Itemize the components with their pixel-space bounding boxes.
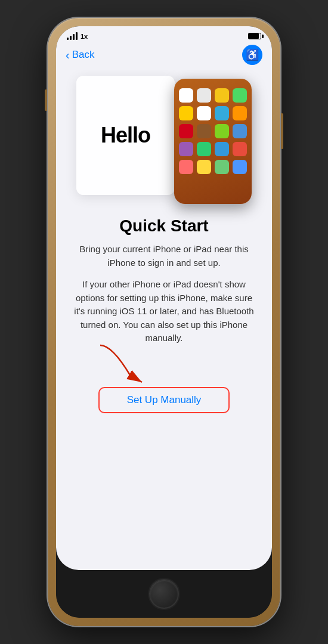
app-icon	[197, 160, 211, 174]
app-icon	[233, 160, 247, 174]
network-type: 1x	[81, 33, 88, 40]
back-button[interactable]: ‹ Back	[66, 49, 94, 61]
app-icon	[179, 88, 193, 103]
app-icon	[215, 124, 229, 138]
app-icon	[179, 124, 193, 138]
set-up-manually-label: Set Up Manually	[127, 394, 202, 406]
battery-fill	[249, 33, 259, 39]
hello-card: Hello	[76, 76, 175, 195]
app-icon	[179, 142, 193, 156]
signal-bar-4	[76, 32, 78, 40]
signal-area: 1x	[67, 32, 88, 40]
description-2: If your other iPhone or iPad doesn't sho…	[70, 278, 258, 345]
bottom-bar	[56, 570, 272, 618]
nav-bar: ‹ Back ♿	[56, 42, 272, 70]
app-icon	[215, 106, 229, 120]
bottom-section: Set Up Manually	[70, 351, 258, 413]
iphone-mockup	[174, 79, 252, 204]
power-button	[281, 113, 283, 149]
app-icon	[233, 106, 247, 120]
home-button[interactable]	[149, 579, 179, 609]
arrow-container	[70, 351, 258, 387]
app-icon	[215, 88, 229, 103]
status-bar: 1x	[56, 26, 272, 42]
app-icon	[197, 106, 211, 120]
signal-bar-1	[67, 38, 69, 40]
battery-area	[248, 33, 261, 39]
page-title: Quick Start	[119, 216, 208, 236]
app-icon	[197, 142, 211, 156]
app-icon	[179, 160, 193, 174]
phone-frame: 1x ‹ Back ♿	[48, 18, 280, 626]
main-content: Hello Quick Start Bring your current iPh…	[56, 70, 272, 570]
arrow-icon	[94, 339, 166, 387]
phone-body: 1x ‹ Back ♿	[56, 26, 272, 618]
signal-bar-3	[73, 34, 75, 40]
app-icon	[233, 124, 247, 138]
app-icon	[215, 142, 229, 156]
app-icon	[233, 88, 247, 103]
app-icon	[197, 124, 211, 138]
hero-area: Hello	[70, 70, 258, 207]
accessibility-button[interactable]: ♿	[242, 45, 262, 65]
app-icon	[233, 142, 247, 156]
app-icon	[179, 106, 193, 120]
app-icon	[197, 88, 211, 103]
accessibility-icon: ♿	[246, 49, 259, 60]
hello-text: Hello	[101, 123, 150, 148]
signal-bar-2	[70, 36, 72, 40]
battery-icon	[248, 33, 261, 39]
set-up-manually-button[interactable]: Set Up Manually	[98, 387, 230, 413]
signal-bars-icon	[67, 32, 78, 40]
volume-button	[45, 89, 47, 111]
back-label: Back	[72, 49, 95, 61]
screen: 1x ‹ Back ♿	[56, 26, 272, 570]
chevron-left-icon: ‹	[66, 49, 70, 61]
app-grid	[174, 79, 252, 179]
description-1: Bring your current iPhone or iPad near t…	[70, 243, 258, 270]
app-icon	[215, 160, 229, 174]
